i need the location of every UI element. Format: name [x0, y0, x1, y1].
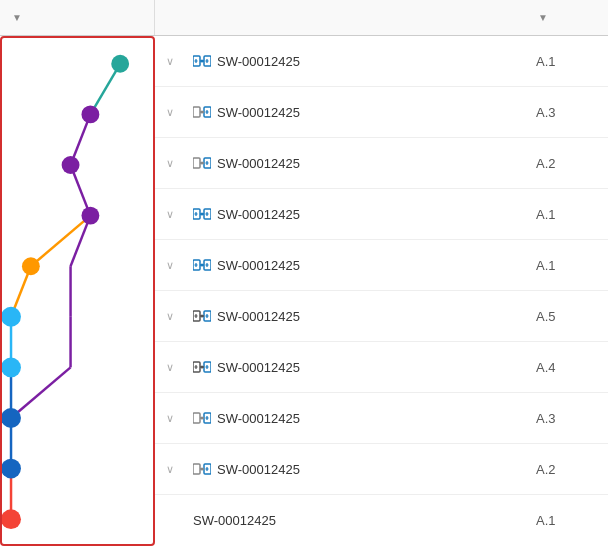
chevron-icon[interactable]: ∨ [166, 55, 174, 68]
chevron-icon[interactable]: ∨ [166, 157, 174, 170]
revision-cell: A.1 [528, 207, 608, 222]
single-link-icon [193, 460, 211, 478]
revision-cell: A.1 [528, 54, 608, 69]
title-cell: SW-00012425 [185, 154, 528, 172]
single-link-icon [193, 154, 211, 172]
table-row[interactable]: ∨ SW-00012425A.4 [155, 342, 608, 393]
double-link-icon [193, 52, 211, 70]
col-graph-header[interactable]: ▼ [0, 0, 155, 35]
row-title: SW-00012425 [217, 207, 300, 222]
revision-sort-icon[interactable]: ▼ [538, 12, 548, 23]
double-dark-link-icon [193, 307, 211, 325]
table-row[interactable]: ∨ SW-00012425A.5 [155, 291, 608, 342]
col-title-header[interactable] [185, 0, 528, 35]
svg-point-17 [22, 257, 40, 275]
svg-point-62 [201, 315, 204, 318]
chevron-icon[interactable]: ∨ [166, 361, 174, 374]
title-cell: SW-00012425 [185, 52, 528, 70]
revision-cell: A.2 [528, 156, 608, 171]
title-cell: SW-00012425 [185, 307, 528, 325]
title-cell: SW-00012425 [185, 409, 528, 427]
svg-rect-75 [193, 413, 200, 423]
rows-column: ∨ SW-00012425A.1∨ SW-00012425A.3∨ [155, 36, 608, 546]
svg-rect-37 [193, 158, 200, 168]
table-row[interactable]: ∨ SW-00012425A.3 [155, 393, 608, 444]
title-cell: SW-00012425 [185, 256, 528, 274]
row-title: SW-00012425 [217, 54, 300, 69]
expand-cell[interactable]: ∨ [155, 259, 185, 272]
title-cell: SW-00012425 [185, 358, 528, 376]
table-header: ▼ ▼ [0, 0, 608, 36]
row-title: SW-00012425 [217, 258, 300, 273]
svg-point-70 [201, 366, 204, 369]
table-row[interactable]: ∨ SW-00012425A.1 [155, 240, 608, 291]
revision-cell: A.2 [528, 462, 608, 477]
svg-point-22 [2, 509, 21, 529]
row-title: SW-00012425 [217, 309, 300, 324]
chevron-icon[interactable]: ∨ [166, 208, 174, 221]
row-title: SW-00012425 [217, 360, 300, 375]
svg-point-21 [2, 459, 21, 479]
expand-cell[interactable]: ∨ [155, 106, 185, 119]
graph-sort-icon[interactable]: ▼ [12, 12, 22, 23]
svg-point-15 [62, 156, 80, 174]
svg-rect-31 [193, 107, 200, 117]
col-revision-header[interactable]: ▼ [528, 0, 608, 35]
col-expand-header [155, 0, 185, 35]
double-link-icon [193, 205, 211, 223]
expand-cell[interactable]: ∨ [155, 361, 185, 374]
revision-cell: A.1 [528, 258, 608, 273]
table-row[interactable]: ∨ SW-00012425A.3 [155, 87, 608, 138]
expand-cell[interactable]: ∨ [155, 412, 185, 425]
svg-point-34 [201, 111, 204, 114]
svg-point-46 [201, 213, 204, 216]
expand-cell[interactable]: ∨ [155, 310, 185, 323]
table-body: ∨ SW-00012425A.1∨ SW-00012425A.3∨ [0, 36, 608, 546]
svg-point-19 [2, 357, 21, 377]
title-cell: SW-00012425 [185, 460, 528, 478]
svg-line-12 [11, 367, 71, 418]
svg-point-40 [201, 162, 204, 165]
graph-svg [2, 38, 153, 544]
graph-column [0, 36, 155, 546]
revision-cell: A.4 [528, 360, 608, 375]
double-link-icon [193, 256, 211, 274]
expand-cell[interactable]: ∨ [155, 463, 185, 476]
single-link-icon [193, 409, 211, 427]
revision-cell: A.3 [528, 411, 608, 426]
title-cell: SW-00012425 [185, 103, 528, 121]
table-row[interactable]: ∨ SW-00012425A.1 [155, 189, 608, 240]
row-title: SW-00012425 [217, 411, 300, 426]
table-row[interactable]: ∨ SW-00012425A.2 [155, 444, 608, 495]
revision-cell: A.3 [528, 105, 608, 120]
table-container: ▼ ▼ ∨ SW-00012425A [0, 0, 608, 547]
svg-point-54 [201, 264, 204, 267]
svg-point-16 [81, 207, 99, 225]
chevron-icon[interactable]: ∨ [166, 463, 174, 476]
expand-cell[interactable]: ∨ [155, 157, 185, 170]
title-cell: SW-00012425 [185, 513, 528, 528]
row-title: SW-00012425 [217, 105, 300, 120]
svg-point-26 [201, 60, 204, 63]
single-link-icon [193, 103, 211, 121]
title-cell: SW-00012425 [185, 205, 528, 223]
chevron-icon[interactable]: ∨ [166, 310, 174, 323]
svg-point-78 [201, 417, 204, 420]
table-row[interactable]: SW-00012425A.1 [155, 495, 608, 546]
chevron-icon[interactable]: ∨ [166, 106, 174, 119]
table-row[interactable]: ∨ SW-00012425A.1 [155, 36, 608, 87]
chevron-icon[interactable]: ∨ [166, 412, 174, 425]
row-title: SW-00012425 [193, 513, 276, 528]
revision-cell: A.5 [528, 309, 608, 324]
row-title: SW-00012425 [217, 156, 300, 171]
svg-point-14 [81, 105, 99, 123]
svg-point-18 [2, 307, 21, 327]
table-row[interactable]: ∨ SW-00012425A.2 [155, 138, 608, 189]
expand-cell[interactable]: ∨ [155, 208, 185, 221]
double-dark-link-icon [193, 358, 211, 376]
svg-rect-81 [193, 464, 200, 474]
row-title: SW-00012425 [217, 462, 300, 477]
chevron-icon[interactable]: ∨ [166, 259, 174, 272]
expand-cell[interactable]: ∨ [155, 55, 185, 68]
svg-point-20 [2, 408, 21, 428]
